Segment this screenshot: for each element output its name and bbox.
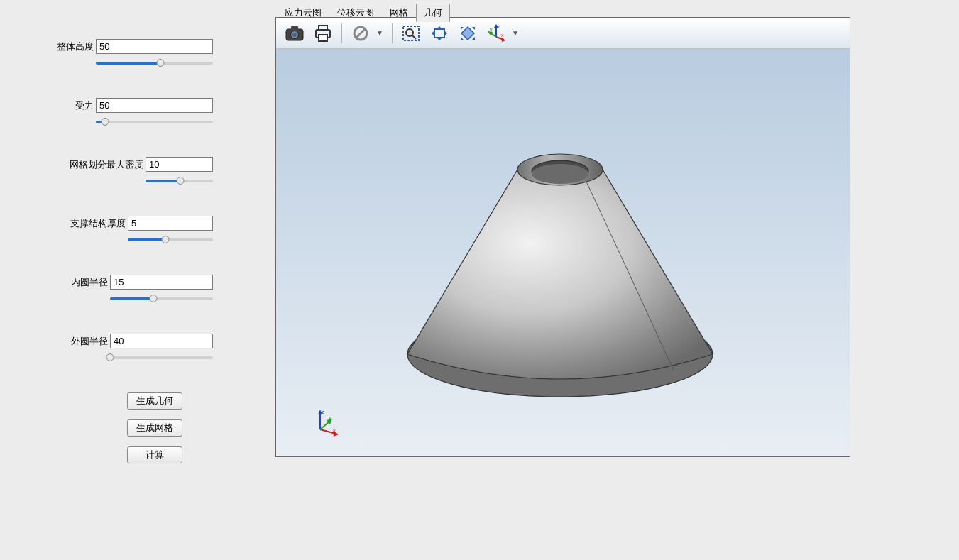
- param-slider-force[interactable]: [96, 116, 213, 128]
- viewport-frame: ▼ z x y ▼: [275, 17, 850, 457]
- 3d-viewport[interactable]: z x y: [276, 49, 850, 456]
- param-slider-mesh-density[interactable]: [146, 175, 213, 187]
- param-label-force: 受力: [75, 99, 94, 112]
- svg-point-25: [532, 164, 588, 184]
- param-input-support-thickness[interactable]: [128, 216, 213, 231]
- generate-mesh-button[interactable]: 生成网格: [127, 419, 182, 437]
- svg-marker-16: [501, 38, 505, 42]
- zoom-window-icon[interactable]: [397, 21, 425, 46]
- compute-button[interactable]: 计算: [127, 446, 182, 463]
- toolbar-separator: [341, 23, 342, 43]
- svg-rect-12: [434, 29, 444, 38]
- param-label-mesh-density: 网格划分最大密度: [70, 158, 143, 171]
- axes-icon[interactable]: z x y: [482, 21, 510, 46]
- svg-text:y: y: [329, 414, 331, 421]
- param-label-height: 整体高度: [57, 40, 94, 53]
- pan-icon[interactable]: [425, 21, 454, 46]
- param-label-outer-radius: 外圆半径: [71, 335, 108, 348]
- param-input-force[interactable]: [96, 98, 213, 113]
- svg-rect-6: [319, 35, 327, 41]
- svg-text:z: z: [498, 24, 500, 29]
- disable-dropdown[interactable]: ▼: [346, 21, 388, 46]
- param-label-inner-radius: 内圆半径: [71, 276, 108, 289]
- nosign-icon[interactable]: [346, 21, 375, 46]
- svg-text:z: z: [322, 409, 324, 415]
- param-slider-inner-radius[interactable]: [110, 292, 213, 305]
- param-slider-height[interactable]: [96, 57, 213, 70]
- axes-dropdown[interactable]: z x y ▼: [482, 21, 523, 46]
- svg-text:y: y: [490, 27, 493, 33]
- print-icon[interactable]: [309, 21, 337, 46]
- param-input-height[interactable]: [96, 39, 213, 54]
- param-slider-outer-radius[interactable]: [110, 351, 213, 364]
- fit-icon[interactable]: [454, 21, 482, 46]
- chevron-down-icon: ▼: [512, 29, 519, 37]
- svg-point-3: [292, 33, 297, 37]
- svg-line-8: [356, 29, 365, 38]
- svg-text:x: x: [333, 427, 336, 434]
- svg-rect-1: [291, 26, 298, 30]
- svg-point-10: [406, 29, 413, 36]
- sidebar: 整体高度 受力 网格划分最大密度 支撑结构厚度: [0, 0, 270, 463]
- geometry-render: [276, 49, 850, 456]
- generate-geometry-button[interactable]: 生成几何: [127, 392, 182, 410]
- param-label-support-thickness: 支撑结构厚度: [70, 217, 126, 230]
- camera-icon[interactable]: [280, 21, 309, 46]
- toolbar-separator: [392, 23, 393, 43]
- param-input-outer-radius[interactable]: [110, 334, 213, 348]
- svg-line-11: [412, 35, 416, 39]
- svg-text:x: x: [501, 33, 504, 38]
- param-input-mesh-density[interactable]: [146, 157, 213, 172]
- orientation-triad: z x y: [312, 408, 340, 437]
- viewport-toolbar: ▼ z x y ▼: [276, 18, 850, 49]
- tab-geometry[interactable]: 几何: [416, 4, 450, 22]
- chevron-down-icon: ▼: [376, 29, 383, 37]
- param-input-inner-radius[interactable]: [110, 275, 213, 290]
- param-slider-support-thickness[interactable]: [128, 234, 213, 246]
